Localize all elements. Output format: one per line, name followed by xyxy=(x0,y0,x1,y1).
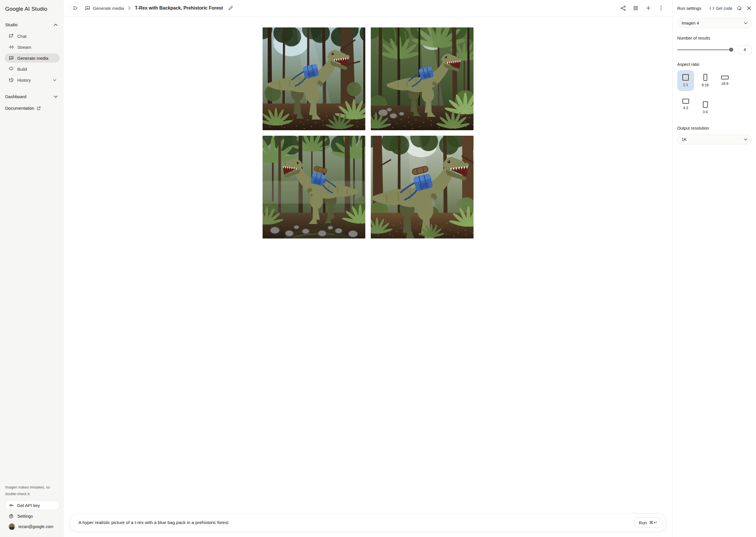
documentation-label: Documentation xyxy=(5,106,34,110)
history-icon xyxy=(9,77,14,83)
output-resolution-value: 1K xyxy=(682,137,687,142)
sidebar-section-dashboard[interactable]: Dashboard xyxy=(5,92,60,102)
account-button[interactable]: tezan@google.com xyxy=(5,522,60,533)
aspect-ratio-16-9[interactable]: 16:9 xyxy=(716,70,733,91)
model-select-value: Imagen 4 xyxy=(682,21,699,25)
generate-media-icon xyxy=(9,56,14,61)
settings-label: Settings xyxy=(17,514,33,518)
chevron-up-icon xyxy=(54,24,57,26)
run-settings-header: Run settings Get code xyxy=(673,0,756,17)
run-settings-title: Run settings xyxy=(677,6,706,11)
number-of-results-control xyxy=(677,45,752,54)
sidebar-footer: Imagen makes mistakes, so double-check i… xyxy=(5,484,60,533)
sidebar-section-studio[interactable]: Studio xyxy=(5,20,60,30)
settings-button[interactable]: Settings xyxy=(5,510,60,522)
results-area: Run ⌘↵ xyxy=(63,17,672,537)
sidebar-item-label: Stream xyxy=(17,45,31,50)
get-code-label: Get code xyxy=(716,6,732,11)
breadcrumb-label: Generate media xyxy=(93,6,124,11)
widescreen-ratio-icon xyxy=(721,76,729,79)
page-title: T-Rex with Backpack, Prehistoric Forest xyxy=(135,6,223,11)
get-api-key-button[interactable]: Get API key xyxy=(5,500,60,510)
sidebar-item-label: Generate media xyxy=(17,56,49,61)
generated-image-3[interactable] xyxy=(263,136,365,238)
puzzle-icon xyxy=(9,66,14,72)
sidebar-item-chat[interactable]: Chat xyxy=(5,31,60,41)
slider-handle[interactable] xyxy=(729,48,733,52)
sidebar-item-documentation[interactable]: Documentation xyxy=(5,103,60,113)
key-icon xyxy=(9,503,14,508)
chevron-down-icon xyxy=(53,79,56,81)
landscape-ratio-icon xyxy=(682,99,689,103)
number-of-results-slider[interactable] xyxy=(677,48,733,52)
aspect-ratio-3-4[interactable]: 3:4 xyxy=(697,97,714,118)
generated-image-1[interactable] xyxy=(263,27,365,130)
code-icon xyxy=(709,7,714,10)
sidebar-item-stream[interactable]: Stream xyxy=(5,42,60,52)
dashboard-section-label: Dashboard xyxy=(5,94,26,99)
gear-icon xyxy=(9,513,14,518)
sidebar-items: Chat Stream Generate media Build xyxy=(5,31,60,86)
breadcrumb[interactable]: Generate media xyxy=(85,6,124,11)
sidebar-item-generate-media[interactable]: Generate media xyxy=(5,54,60,62)
edit-title-button[interactable] xyxy=(227,5,234,12)
chat-icon xyxy=(9,33,14,39)
reset-settings-button[interactable] xyxy=(736,5,742,12)
aspect-ratio-9-16[interactable]: 9:16 xyxy=(697,70,714,91)
chevron-down-icon xyxy=(54,96,57,98)
avatar xyxy=(9,523,15,530)
output-resolution-select[interactable]: 1K xyxy=(677,135,752,145)
number-of-results-label: Number of results xyxy=(677,36,752,40)
chevron-down-icon xyxy=(744,138,747,141)
generated-image-4[interactable] xyxy=(371,136,473,238)
run-settings-panel: Run settings Get code Imagen 4 Num xyxy=(672,0,756,537)
get-code-button[interactable]: Get code xyxy=(709,6,732,11)
sidebar-item-label: Build xyxy=(17,67,27,72)
run-shortcut: ⌘↵ xyxy=(649,520,658,525)
get-api-key-label: Get API key xyxy=(17,503,40,508)
close-panel-button[interactable] xyxy=(746,5,752,11)
chevron-down-icon xyxy=(744,22,747,24)
share-button[interactable] xyxy=(618,3,628,13)
tall-ratio-icon xyxy=(703,101,708,108)
prompt-bar-container: Run ⌘↵ xyxy=(63,511,672,537)
output-resolution-label: Output resolution xyxy=(677,126,752,131)
portrait-ratio-icon xyxy=(703,74,707,81)
run-settings-body: Imagen 4 Number of results Aspect ratio … xyxy=(673,17,756,145)
generated-image-grid xyxy=(63,17,672,273)
app-window: Google AI Studio Studio Chat Stream xyxy=(0,0,756,537)
new-prompt-button[interactable] xyxy=(643,3,653,13)
aspect-ratio-1-1[interactable]: 1:1 xyxy=(677,70,694,91)
disclaimer-text: Imagen makes mistakes, so double-check i… xyxy=(5,484,60,500)
aspect-ratio-options: 1:1 9:16 16:9 4:3 3:4 xyxy=(677,70,752,118)
app-logo: Google AI Studio xyxy=(5,4,60,12)
prompt-input[interactable] xyxy=(79,520,630,525)
collapse-sidebar-button[interactable] xyxy=(70,3,81,14)
model-select[interactable]: Imagen 4 xyxy=(677,18,752,28)
generate-media-icon xyxy=(85,6,90,11)
square-ratio-icon xyxy=(682,74,689,81)
sidebar-item-label: History xyxy=(17,78,31,83)
prompt-bar: Run ⌘↵ xyxy=(69,513,666,532)
chevron-right-icon xyxy=(128,6,131,10)
generated-image-2[interactable] xyxy=(371,27,473,130)
number-of-results-input[interactable] xyxy=(738,45,752,54)
sidebar-item-build[interactable]: Build xyxy=(5,64,60,74)
run-button[interactable]: Run ⌘↵ xyxy=(634,517,662,528)
layout-grid-button[interactable] xyxy=(631,3,641,13)
aspect-ratio-label: Aspect ratio xyxy=(677,62,752,67)
sidebar-item-label: Chat xyxy=(17,34,26,39)
account-email: tezan@google.com xyxy=(19,524,54,529)
sidebar: Google AI Studio Studio Chat Stream xyxy=(0,0,63,537)
header-actions xyxy=(618,3,666,13)
studio-section-label: Studio xyxy=(5,22,18,27)
more-options-button[interactable] xyxy=(656,3,666,13)
sidebar-item-history[interactable]: History xyxy=(5,75,60,85)
main-area: Generate media T-Rex with Backpack, Preh… xyxy=(63,0,672,537)
run-label: Run xyxy=(639,520,647,525)
aspect-ratio-4-3[interactable]: 4:3 xyxy=(677,94,694,115)
main-header: Generate media T-Rex with Backpack, Preh… xyxy=(63,0,672,17)
waveform-icon xyxy=(9,44,14,50)
external-link-icon xyxy=(37,106,41,110)
